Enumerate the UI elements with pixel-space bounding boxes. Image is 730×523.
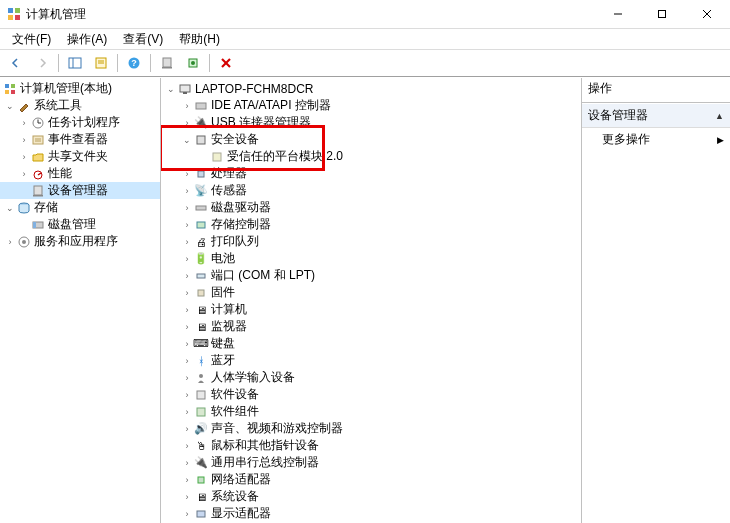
device-network[interactable]: › 网络适配器 [163, 471, 581, 488]
nav-device-manager[interactable]: 设备管理器 [0, 182, 160, 199]
device-bluetooth[interactable]: › ᚼ 蓝牙 [163, 352, 581, 369]
device-mouse[interactable]: › 🖱 鼠标和其他指针设备 [163, 437, 581, 454]
device-sensors[interactable]: › 📡 传感器 [163, 182, 581, 199]
expand-icon[interactable]: › [18, 117, 30, 129]
device-cpu[interactable]: › 处理器 [163, 165, 581, 182]
device-security[interactable]: ⌄ 安全设备 [163, 131, 581, 148]
nav-storage[interactable]: ⌄ 存储 [0, 199, 160, 216]
expand-icon[interactable]: › [181, 253, 193, 265]
help-button[interactable]: ? [122, 51, 146, 75]
menu-file[interactable]: 文件(F) [4, 31, 59, 48]
security-icon [193, 132, 209, 148]
nav-perf[interactable]: › 性能 [0, 165, 160, 182]
expand-icon[interactable]: › [181, 474, 193, 486]
expand-icon[interactable]: › [181, 457, 193, 469]
expand-icon[interactable]: › [181, 491, 193, 503]
expand-icon[interactable]: › [181, 440, 193, 452]
back-button[interactable] [4, 51, 28, 75]
device-battery-label: 电池 [211, 250, 235, 267]
device-softdev[interactable]: › 软件设备 [163, 386, 581, 403]
device-usbctrl[interactable]: › 🔌 通用串行总线控制器 [163, 454, 581, 471]
collapse-icon[interactable]: ⌄ [4, 202, 16, 214]
nav-diskmgmt[interactable]: 磁盘管理 [0, 216, 160, 233]
expand-icon[interactable]: › [181, 287, 193, 299]
show-hide-tree-button[interactable] [63, 51, 87, 75]
toolbar-separator [209, 54, 210, 72]
svg-rect-48 [197, 274, 205, 278]
expand-icon[interactable]: › [18, 168, 30, 180]
device-display[interactable]: › 显示适配器 [163, 505, 581, 522]
actions-more[interactable]: 更多操作 ▶ [582, 128, 730, 151]
device-ports[interactable]: › 端口 (COM 和 LPT) [163, 267, 581, 284]
device-sysdev[interactable]: › 🖥 系统设备 [163, 488, 581, 505]
device-usb-connector[interactable]: › 🔌 USB 连接器管理器 [163, 114, 581, 131]
nav-systools[interactable]: ⌄ 系统工具 [0, 97, 160, 114]
expand-icon[interactable]: › [18, 151, 30, 163]
nav-eventviewer[interactable]: › 事件查看器 [0, 131, 160, 148]
device-computer[interactable]: › 🖥 计算机 [163, 301, 581, 318]
device-icon-button[interactable] [155, 51, 179, 75]
expand-icon[interactable]: › [181, 100, 193, 112]
expand-icon[interactable]: › [181, 202, 193, 214]
properties-button[interactable] [89, 51, 113, 75]
device-printq[interactable]: › 🖨 打印队列 [163, 233, 581, 250]
svg-rect-22 [11, 84, 15, 88]
uninstall-button[interactable] [214, 51, 238, 75]
svg-rect-37 [33, 222, 36, 228]
expand-icon[interactable]: › [181, 355, 193, 367]
device-ports-label: 端口 (COM 和 LPT) [211, 267, 315, 284]
menu-view[interactable]: 查看(V) [115, 31, 171, 48]
expand-icon[interactable]: › [4, 236, 16, 248]
expand-icon[interactable]: › [181, 338, 193, 350]
close-button[interactable] [684, 0, 730, 28]
disk-icon [193, 200, 209, 216]
device-tpm[interactable]: 受信任的平台模块 2.0 [163, 148, 581, 165]
expand-icon[interactable]: › [181, 321, 193, 333]
nav-scheduler[interactable]: › 任务计划程序 [0, 114, 160, 131]
device-diskdrives[interactable]: › 磁盘驱动器 [163, 199, 581, 216]
device-keyboard[interactable]: › ⌨ 键盘 [163, 335, 581, 352]
expand-icon[interactable]: › [181, 508, 193, 520]
expand-icon[interactable]: › [181, 423, 193, 435]
collapse-icon[interactable]: ⌄ [4, 100, 16, 112]
nav-shared[interactable]: › 共享文件夹 [0, 148, 160, 165]
maximize-button[interactable] [640, 0, 684, 28]
device-root[interactable]: ⌄ LAPTOP-FCHM8DCR [163, 80, 581, 97]
expand-icon[interactable]: › [18, 134, 30, 146]
menu-action[interactable]: 操作(A) [59, 31, 115, 48]
expand-icon[interactable]: › [181, 185, 193, 197]
device-monitor[interactable]: › 🖥 监视器 [163, 318, 581, 335]
svg-rect-34 [33, 195, 43, 197]
nav-root[interactable]: 计算机管理(本地) [0, 80, 160, 97]
device-storagectrl-label: 存储控制器 [211, 216, 271, 233]
expand-icon[interactable]: › [181, 117, 193, 129]
menu-help[interactable]: 帮助(H) [171, 31, 228, 48]
minimize-button[interactable] [596, 0, 640, 28]
expand-icon[interactable]: › [181, 236, 193, 248]
computer-icon [177, 81, 193, 97]
expand-icon[interactable]: › [181, 270, 193, 282]
device-ide[interactable]: › IDE ATA/ATAPI 控制器 [163, 97, 581, 114]
network-icon [193, 472, 209, 488]
actions-section[interactable]: 设备管理器 ▲ [582, 104, 730, 128]
actions-more-label: 更多操作 [602, 131, 650, 148]
scan-hardware-button[interactable] [181, 51, 205, 75]
device-softcomp[interactable]: › 软件组件 [163, 403, 581, 420]
nav-services[interactable]: › 服务和应用程序 [0, 233, 160, 250]
collapse-icon[interactable]: ⌄ [165, 83, 177, 95]
svg-rect-5 [659, 11, 666, 18]
svg-rect-44 [213, 153, 221, 161]
expand-icon[interactable]: › [181, 372, 193, 384]
device-storagectrl[interactable]: › 存储控制器 [163, 216, 581, 233]
expand-icon[interactable]: › [181, 304, 193, 316]
collapse-icon[interactable]: ⌄ [181, 134, 193, 146]
expand-icon[interactable]: › [181, 168, 193, 180]
device-sound[interactable]: › 🔊 声音、视频和游戏控制器 [163, 420, 581, 437]
expand-icon[interactable]: › [181, 406, 193, 418]
forward-button[interactable] [30, 51, 54, 75]
expand-icon[interactable]: › [181, 219, 193, 231]
expand-icon[interactable]: › [181, 389, 193, 401]
device-firmware[interactable]: › 固件 [163, 284, 581, 301]
device-battery[interactable]: › 🔋 电池 [163, 250, 581, 267]
device-hid[interactable]: › 人体学输入设备 [163, 369, 581, 386]
